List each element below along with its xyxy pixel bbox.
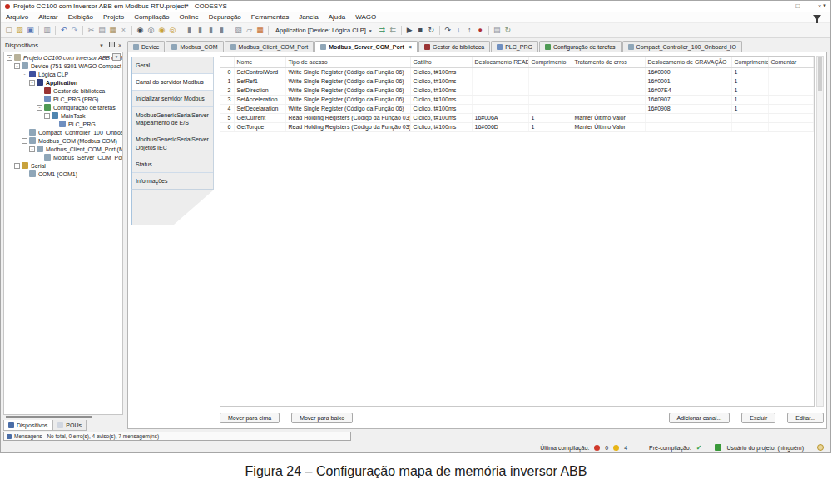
- tree-item-modbus-server-com-port-mo[interactable]: Modbus_Server_COM_Port (Mo: [4, 153, 122, 161]
- collapse-icon[interactable]: -: [29, 80, 35, 86]
- cell[interactable]: Write Single Register (Código da Função …: [285, 104, 410, 113]
- close-button[interactable]: ×: [809, 1, 830, 12]
- find-in-project-icon[interactable]: ◉: [156, 25, 167, 36]
- cell[interactable]: Read Holding Registers (Código da Função…: [285, 122, 410, 131]
- cell[interactable]: SetAcceleration: [234, 95, 285, 104]
- cell[interactable]: Manter Último Valor: [572, 122, 645, 131]
- cell[interactable]: [528, 86, 572, 95]
- tree-item-compact-controller-100-onboard-io[interactable]: Compact_Controller_100_Onboard_IO: [4, 128, 122, 136]
- chevron-down-icon[interactable]: ▼: [99, 43, 104, 48]
- tree-item-maintask[interactable]: -MainTask: [4, 111, 122, 120]
- channel-row[interactable]: 0SetControlWordWrite Single Register (Có…: [220, 67, 814, 77]
- menu-item-janela[interactable]: Janela: [294, 13, 324, 21]
- cell[interactable]: Write Single Register (Código da Função …: [285, 67, 410, 77]
- button-excluir[interactable]: Excluir: [741, 413, 775, 423]
- cell[interactable]: SetDirection: [234, 86, 285, 95]
- cell[interactable]: Cíclico, t#100ms: [410, 113, 472, 122]
- breakpoint-icon[interactable]: ●: [475, 25, 486, 36]
- scrollbar-thumb[interactable]: [6, 416, 92, 418]
- copy-icon[interactable]: ▤: [97, 25, 107, 36]
- cell[interactable]: [731, 113, 768, 122]
- cell[interactable]: [528, 95, 572, 104]
- cell[interactable]: [528, 104, 572, 113]
- messages-summary[interactable]: Mensagens - No total, 0 erro(s), 4 aviso…: [3, 432, 351, 441]
- channel-row[interactable]: 4SetDecelarationWrite Single Register (C…: [220, 104, 814, 113]
- cell[interactable]: [768, 122, 810, 131]
- find-next-icon[interactable]: ◎: [146, 25, 156, 36]
- cell[interactable]: 16#0001: [645, 77, 731, 86]
- cell[interactable]: 1: [731, 104, 768, 113]
- menu-item-arquivo[interactable]: Arquivo: [1, 13, 33, 21]
- step-into-icon[interactable]: ↓: [453, 25, 464, 36]
- tree-horizontal-scrollbar[interactable]: [3, 415, 123, 419]
- refresh-icon[interactable]: ↻: [503, 25, 513, 36]
- cell[interactable]: [572, 95, 645, 104]
- row-index[interactable]: 5: [220, 113, 234, 122]
- channel-row[interactable]: 6GetTorqueRead Holding Registers (Código…: [220, 122, 814, 131]
- cell[interactable]: 1: [731, 67, 768, 77]
- tab-modbus-server-com-port[interactable]: Modbus_Server_COM_Port×: [314, 41, 418, 52]
- reset-icon[interactable]: ↻: [426, 25, 437, 36]
- cell[interactable]: Write Single Register (Código da Função …: [285, 95, 410, 104]
- tab-configuracao-de-tarefas[interactable]: Configuração de tarefas: [539, 41, 622, 52]
- cell[interactable]: [572, 77, 645, 86]
- scrollbar-thumb[interactable]: [818, 57, 822, 91]
- tree-item-logica-clp[interactable]: -Lógica CLP: [4, 70, 122, 78]
- replace-in-project-icon[interactable]: ◎: [167, 25, 178, 36]
- cell[interactable]: 1: [528, 122, 572, 131]
- nav-inicializar-servidor-modbus[interactable]: Inicializar servidor Modbus: [132, 91, 213, 107]
- cell[interactable]: [768, 77, 810, 86]
- export-icon[interactable]: ▧: [233, 25, 244, 36]
- undo-icon[interactable]: ↶: [58, 25, 69, 36]
- collapse-icon[interactable]: -: [37, 105, 42, 111]
- cell[interactable]: [472, 86, 528, 95]
- step-over-icon[interactable]: ↷: [443, 25, 453, 36]
- cell[interactable]: Cíclico, t#100ms: [410, 104, 472, 113]
- new-object-icon[interactable]: ▱: [244, 25, 255, 36]
- menu-item-compilacao[interactable]: Compilação: [129, 13, 174, 21]
- tab-gestor-de-biblioteca[interactable]: Gestor de biblioteca: [418, 41, 490, 52]
- collapse-icon[interactable]: -: [14, 163, 20, 169]
- cell[interactable]: [572, 67, 645, 77]
- nav-geral[interactable]: Geral: [132, 57, 213, 74]
- cell[interactable]: [472, 95, 528, 104]
- tab-device[interactable]: Device: [127, 41, 165, 52]
- cell[interactable]: [768, 67, 810, 77]
- close-icon[interactable]: ×: [118, 42, 121, 48]
- collapse-icon[interactable]: -: [29, 146, 35, 152]
- cell[interactable]: [768, 86, 810, 95]
- cell[interactable]: 16#0000: [645, 67, 731, 77]
- row-index[interactable]: 0: [220, 67, 234, 77]
- cell[interactable]: 1: [731, 95, 768, 104]
- panel-tab-pous[interactable]: POUs: [52, 420, 87, 431]
- cell[interactable]: SetRef1: [234, 77, 285, 86]
- row-index[interactable]: 3: [220, 95, 234, 104]
- cell[interactable]: [572, 104, 645, 113]
- tree-item-com1-com1[interactable]: COM1 (COM1): [4, 170, 122, 178]
- device-version-dropdown-icon[interactable]: ▼: [112, 53, 121, 61]
- channel-row[interactable]: 3SetAccelerationWrite Single Register (C…: [220, 95, 814, 104]
- button-editar[interactable]: Editar...: [787, 413, 824, 423]
- step-out-icon[interactable]: ↑: [464, 25, 475, 36]
- cell[interactable]: [768, 104, 810, 113]
- window-layout-icon[interactable]: ▤: [492, 25, 503, 36]
- tab-modbus-client-com-port[interactable]: Modbus_Client_COM_Port: [225, 41, 314, 52]
- nav-canal-do-servidor-modbus[interactable]: Canal do servidor Modbus: [132, 74, 213, 91]
- minimize-button[interactable]: –: [765, 1, 787, 12]
- channel-row[interactable]: 2SetDirectionWrite Single Register (Códi…: [220, 86, 814, 95]
- save-icon[interactable]: ▣: [25, 25, 36, 36]
- cell[interactable]: GetTorque: [234, 122, 285, 131]
- maximize-button[interactable]: □: [787, 1, 809, 12]
- login-icon[interactable]: ⇉: [377, 25, 388, 36]
- paste-icon[interactable]: ▦: [107, 25, 118, 36]
- panel-tab-dispositivos[interactable]: Dispositivos: [3, 420, 52, 431]
- bookmark-clear-icon[interactable]: ▮: [216, 25, 227, 36]
- cell[interactable]: [645, 113, 731, 122]
- application-selector[interactable]: Application [Device: Lógica CLP]▼: [271, 27, 377, 34]
- new-file-icon[interactable]: ▢: [3, 25, 14, 36]
- tree-item-configuracao-de-tarefas[interactable]: -Configuração de tarefas: [4, 103, 122, 111]
- cell[interactable]: Cíclico, t#100ms: [410, 122, 472, 131]
- collapse-icon[interactable]: -: [44, 113, 50, 119]
- stop-icon[interactable]: ■: [415, 25, 426, 36]
- collapse-icon[interactable]: -: [14, 63, 20, 69]
